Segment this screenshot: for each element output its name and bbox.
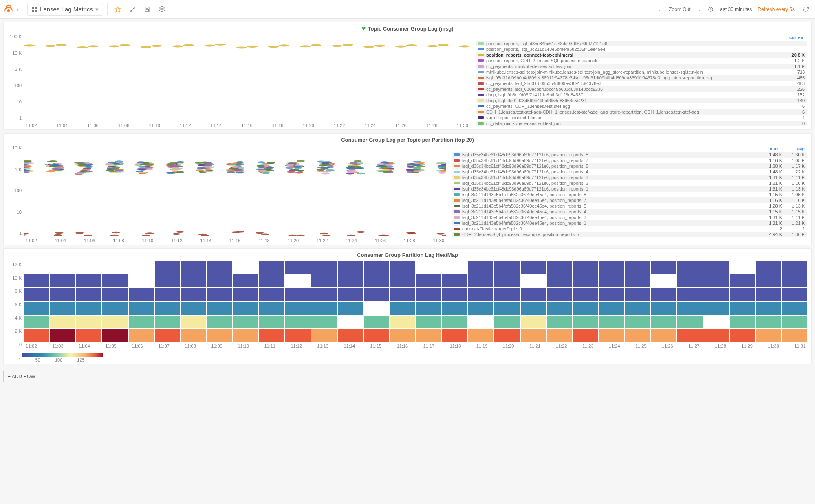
legend-row[interactable]: position_reports, CDH_2.lenses.SQL proce… — [476, 58, 807, 64]
heatmap-cell — [468, 302, 493, 315]
panel3-heatmap[interactable]: 12 K10 K8 K6 K4 K2 K0 11:0211:0311:0411:… — [8, 261, 807, 362]
legend-row[interactable]: lsql_d35c34bc61cf48dc93d96a69d77121e6, p… — [452, 169, 807, 175]
legend-row[interactable]: connect-Elastic, targetTopic, 0 2 1 — [452, 226, 807, 232]
heatmap-cell — [338, 288, 363, 301]
legend-row[interactable]: lsql_3c211d143e5b4fefa582c36f40ee45e4, p… — [452, 215, 807, 220]
legend-row[interactable]: CDH_2.lenses.SQL processor example, posi… — [452, 232, 807, 237]
legend-header-avg[interactable]: avg — [784, 146, 805, 151]
legend-row[interactable]: cc_payments, lsql_95d31df09b0b4d809ea369… — [476, 81, 807, 86]
heatmap-cell — [782, 261, 807, 274]
legend-row[interactable]: lsql_3c211d143e5b4fefa582c36f40ee45e4, p… — [452, 197, 807, 203]
legend-avg: 1.36 K — [784, 232, 805, 237]
logo-caret-icon[interactable]: ▾ — [16, 7, 19, 12]
heatmap-cell — [494, 261, 520, 274]
heatmap-cell — [468, 274, 493, 287]
legend-row[interactable]: position_reports, lsql_d35c34bc61cf48dc9… — [476, 41, 807, 46]
refresh-button[interactable] — [800, 3, 812, 15]
legend-header-current[interactable]: current — [784, 35, 805, 40]
legend-row[interactable]: CDH_1.lenses.test-stef-agg-CDH_1.lenses.… — [476, 109, 807, 115]
heatmap-cell — [129, 329, 154, 342]
legend-row[interactable]: lsql_3c211d143e5b4fefa582c36f40ee45e4, p… — [452, 192, 807, 197]
dashboard-picker[interactable]: Lenses Lag Metrics ▾ — [27, 3, 103, 16]
legend-label: cc_payments, lsql_630ecbb41bcc45b683d839… — [486, 87, 782, 92]
legend-row[interactable]: lsql_3c211d143e5b4fefa582c36f40ee45e4, p… — [452, 220, 807, 226]
legend-value: 152 — [784, 92, 805, 97]
heatmap-cell — [207, 261, 232, 274]
svg-point-30 — [374, 45, 385, 47]
legend-avg: 1.30 K — [784, 152, 805, 157]
svg-point-480 — [353, 166, 361, 167]
legend-value: 6 — [784, 110, 805, 114]
heatmap-cell — [285, 316, 311, 329]
heatmap-cell — [468, 288, 493, 301]
legend-swatch — [478, 42, 484, 45]
svg-point-324 — [267, 162, 275, 164]
time-back-button[interactable]: ‹ — [653, 3, 665, 15]
heatmap-cell — [285, 261, 311, 274]
legend-row[interactable]: position_reports, connect-test-ephimeral… — [476, 52, 807, 58]
svg-rect-3 — [35, 10, 37, 12]
legend-row[interactable]: position_reports, lsql_3c211d143e5b4fefa… — [476, 46, 807, 52]
svg-marker-4 — [115, 7, 120, 12]
legend-row[interactable]: dhcp, lsql_9b8ccfd05f714111a9bfb3d123e84… — [476, 92, 807, 98]
legend-row[interactable]: dhcp, lsql_dc01d03d599b49ba9653e83968c5b… — [476, 98, 807, 103]
heatmap-cell — [76, 288, 101, 301]
save-button[interactable] — [141, 3, 153, 15]
legend-row[interactable]: cc_payments, minikube.lenses-sql.test-jo… — [476, 64, 807, 69]
heatmap-cell — [181, 329, 206, 342]
heatmap-cell — [364, 316, 389, 329]
legend-avg: 1.16 K — [784, 181, 805, 186]
heatmap-cell — [494, 288, 520, 301]
svg-point-383 — [259, 170, 267, 172]
zoom-out-button[interactable]: Zoom Out — [667, 7, 692, 12]
settings-button[interactable] — [156, 3, 168, 15]
legend-row[interactable]: lsql_95d31df09b0b4d809ea3691fc94378e3-ls… — [476, 75, 807, 81]
refresh-interval-picker[interactable]: Refresh every 5s — [754, 7, 798, 12]
svg-point-24 — [279, 44, 289, 46]
panel1-chart[interactable]: 100 K10 K1 K100101 11:0211:0411:0611:081… — [8, 34, 471, 128]
svg-point-461 — [77, 164, 86, 166]
heatmap-cell — [259, 274, 284, 287]
time-range-picker[interactable]: Last 30 minutes — [717, 7, 753, 12]
legend-row[interactable]: lsql_d35c34bc61cf48dc93d96a69d77121e6, p… — [452, 163, 807, 169]
legend-row[interactable]: cc_payments, lsql_630ecbb41bcc45b683d839… — [476, 86, 807, 92]
legend-row[interactable]: lsql_3c211d143e5b4fefa582c36f40ee45e4, p… — [452, 203, 807, 209]
svg-point-28 — [342, 44, 353, 46]
legend-row[interactable]: cc_payments, CDH_1.lenses.test-stef-agg … — [476, 103, 807, 109]
svg-point-9 — [45, 45, 56, 47]
svg-point-448 — [322, 235, 331, 236]
heatmap-cell — [521, 329, 546, 342]
top-toolbar: ▾ Lenses Lag Metrics ▾ ‹ Zoom Out › Last… — [0, 0, 815, 19]
heatmap-cell — [416, 302, 441, 315]
panel2-chart[interactable]: 10 K1 K100101 11:0211:0411:0611:0811:101… — [8, 145, 447, 243]
legend-row[interactable]: cc_data, minikube.lenses-sql.test-join 0 — [476, 121, 807, 126]
legend-row[interactable]: lsql_d35c34bc61cf48dc93d96a69d77121e6, p… — [452, 158, 807, 163]
heatmap-cell — [730, 329, 755, 342]
heatmap-cell — [521, 261, 546, 274]
time-forward-button[interactable]: › — [694, 3, 706, 15]
legend-max: 1.31 K — [762, 186, 782, 191]
legend-max: 1.15 K — [762, 192, 782, 197]
legend-row[interactable]: lsql_d35c34bc61cf48dc93d96a69d77121e6, p… — [452, 186, 807, 192]
add-row-button[interactable]: + ADD ROW — [3, 371, 40, 382]
share-button[interactable] — [126, 3, 139, 15]
legend-header-max[interactable]: max — [758, 146, 779, 151]
legend-label: lsql_d35c34bc61cf48dc93d96a69d77121e6, p… — [462, 152, 759, 157]
legend-row[interactable]: targetTopic, connect-Elastic 1 — [476, 115, 807, 121]
legend-swatch — [454, 233, 460, 236]
legend-max: 1.28 K — [762, 164, 782, 169]
grafana-logo[interactable] — [3, 4, 14, 15]
legend-row[interactable]: lsql_3c211d143e5b4fefa582c36f40ee45e4, p… — [452, 209, 807, 215]
legend-row[interactable]: minikube.lenses-sql.test-join-minikube.l… — [476, 69, 807, 75]
legend-row[interactable]: lsql_d35c34bc61cf48dc93d96a69d77121e6, p… — [452, 175, 807, 180]
svg-point-484 — [416, 165, 425, 167]
legend-value: 1.2 K — [784, 58, 805, 63]
heatmap-cell — [625, 302, 650, 315]
legend-label: position_reports, lsql_3c211d143e5b4fefa… — [486, 47, 782, 52]
star-button[interactable] — [112, 3, 124, 15]
heatmap-cell — [547, 261, 572, 274]
svg-point-482 — [383, 171, 392, 172]
legend-row[interactable]: lsql_d35c34bc61cf48dc93d96a69d77121e6, p… — [452, 152, 807, 158]
legend-row[interactable]: lsql_d35c34bc61cf48dc93d96a69d77121e6, p… — [452, 180, 807, 186]
svg-point-16 — [152, 45, 162, 47]
